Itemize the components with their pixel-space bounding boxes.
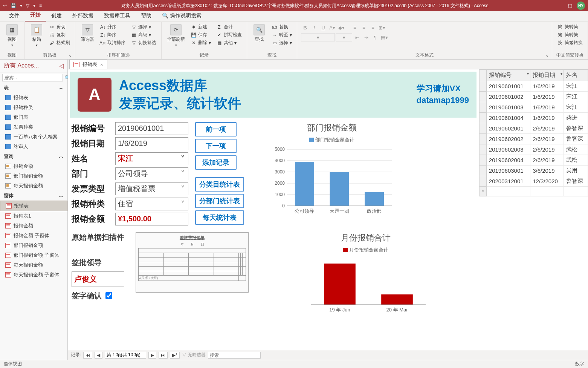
row-selector-header[interactable] <box>480 70 487 81</box>
underline-button[interactable]: U <box>319 23 327 32</box>
replace-button[interactable]: ab替换 <box>270 23 293 31</box>
kind-combo[interactable]: 住宿˅ <box>115 198 188 210</box>
toggle-filter-button[interactable]: ▽切换筛选 <box>130 39 157 46</box>
table-row[interactable]: 201906020012/6/2019鲁智深 <box>480 123 588 134</box>
nav-table-item[interactable]: 终审人 <box>0 142 67 152</box>
nav-search-input[interactable] <box>2 74 63 81</box>
first-record-button[interactable]: ⏮ <box>83 352 92 359</box>
nav-query-item[interactable]: 报销金额 <box>0 161 67 171</box>
table-row[interactable]: 201906020042/6/2019武松 <box>480 155 588 166</box>
select-button[interactable]: ▭选择 ▾ <box>270 39 293 46</box>
nav-header[interactable]: 所有 Acces...◁ <box>0 60 67 72</box>
tab-home[interactable]: 开始 <box>25 9 46 21</box>
chinese-conv-button[interactable]: 换简繁转换 <box>556 39 584 46</box>
spelling-button[interactable]: ✔拼写检查 <box>215 31 243 38</box>
nav-form-item[interactable]: 报销金额 <box>0 221 67 231</box>
paste-button[interactable]: 📋粘贴▾ <box>28 23 45 48</box>
tell-me[interactable]: 🔍 操作说明搜索 <box>157 10 207 21</box>
tab-external[interactable]: 外部数据 <box>67 10 99 21</box>
table-row[interactable]: 201906020022/6/2019鲁智深 <box>480 134 588 144</box>
remove-sort-button[interactable]: A⤫取消排序 <box>99 39 127 46</box>
prev-record-button[interactable]: ◀ <box>95 352 102 359</box>
prev-button[interactable]: 前一项 <box>195 122 237 136</box>
refresh-all-button[interactable]: ⟳全部刷新▾ <box>165 23 186 48</box>
tab-file[interactable]: 文件 <box>4 10 25 21</box>
id-input[interactable]: 20190601001 <box>115 122 188 135</box>
record-search-input[interactable] <box>208 352 261 359</box>
nav-table-item[interactable]: 报销表 <box>0 93 67 103</box>
trad-to-simp-button[interactable]: 簡繁转简 <box>556 23 584 31</box>
text-dir-button[interactable]: ¶ <box>371 33 379 41</box>
nav-table-item[interactable]: 部门表 <box>0 112 67 122</box>
undo-icon[interactable]: ↩ <box>3 3 7 8</box>
leader-combo[interactable]: 卢俊义 <box>72 271 124 287</box>
save-record-button[interactable]: 💾保存 <box>189 31 212 38</box>
scan-attachment[interactable]: 差旅费报销单 年 月 日 人民币（大写） <box>136 232 249 293</box>
goto-button[interactable]: →转至 ▾ <box>270 31 293 38</box>
align-center-button[interactable]: ≡ <box>360 23 368 32</box>
column-dropdown-icon[interactable]: ▾ <box>561 72 562 76</box>
copy-button[interactable]: ⿻复制 <box>48 31 71 38</box>
gridlines-button[interactable]: ⊞▾ <box>378 23 386 32</box>
find-button[interactable]: 🔍查找 <box>251 23 267 43</box>
datasheet-table[interactable]: 报销编号▾ 报销日期▾ 姓名 201906010011/6/2019宋江2019… <box>479 69 588 196</box>
align-left-button[interactable]: ≡ <box>351 23 359 32</box>
text-launcher-icon[interactable]: ↘ <box>545 54 548 58</box>
sort-asc-button[interactable]: A↓升序 <box>99 23 127 31</box>
nav-form-item[interactable]: 报销金额 子窗体 <box>0 231 67 241</box>
bold-button[interactable]: B <box>301 23 309 32</box>
format-painter-button[interactable]: 🖌格式刷 <box>48 39 71 46</box>
font-size-combo[interactable]: ▾ <box>336 33 352 41</box>
nav-form-item[interactable]: 每天报销金额 <box>0 260 67 270</box>
column-dropdown-icon[interactable]: ▾ <box>527 72 529 76</box>
qat-more[interactable]: ▾ <box>33 3 35 8</box>
dept-report-button[interactable]: 分部门统计表 <box>195 194 244 208</box>
save-icon[interactable]: 💾 <box>11 3 16 8</box>
ribbon-options-icon[interactable]: ⬚ <box>568 3 572 8</box>
amount-input[interactable]: ¥1,500.00 <box>115 213 188 225</box>
new-record-button[interactable]: ✸新建 <box>189 23 212 31</box>
selection-filter-button[interactable]: ▽选择 ▾ <box>130 23 157 31</box>
nav-section-queries[interactable]: 查询︿ <box>0 152 67 161</box>
nav-form-item[interactable]: 报销表 <box>0 201 67 211</box>
nav-query-item[interactable]: 每天报销金额 <box>0 181 67 191</box>
invoice-combo[interactable]: 增值税普票˅ <box>115 182 188 195</box>
table-row[interactable]: 201906030013/6/2019吴用 <box>480 166 588 176</box>
nav-section-forms[interactable]: 窗体︿ <box>0 191 67 201</box>
tab-help[interactable]: 帮助 <box>136 10 157 21</box>
date-input[interactable]: 1/6/2019 <box>115 137 188 150</box>
close-tab-icon[interactable]: × <box>100 62 103 67</box>
next-button[interactable]: 下一项 <box>195 139 237 153</box>
totals-button[interactable]: Σ合计 <box>215 23 243 31</box>
last-record-button[interactable]: ⏭ <box>159 352 168 359</box>
add-record-button[interactable]: 添加记录 <box>195 155 237 170</box>
tab-create[interactable]: 创建 <box>46 10 67 21</box>
fill-color-button[interactable]: ◆▾ <box>337 23 345 32</box>
indent-inc-button[interactable]: ⇥ <box>362 33 370 41</box>
nav-query-item[interactable]: 部门报销金额 <box>0 171 67 181</box>
view-button[interactable]: ▦视图▾ <box>4 23 20 48</box>
nav-table-item[interactable]: 一百单八将个人档案 <box>0 132 67 142</box>
user-avatar[interactable]: HY <box>577 2 585 10</box>
confirm-checkbox[interactable] <box>105 292 112 299</box>
simp-to-trad-button[interactable]: 繁简转繁 <box>556 31 584 38</box>
table-row[interactable]: 201906010011/6/2019宋江 <box>480 81 588 92</box>
table-row[interactable]: 201906020032/6/2019武松 <box>480 144 588 155</box>
nav-table-item[interactable]: 报销种类 <box>0 103 67 112</box>
table-row[interactable]: 201906010021/6/2019宋江 <box>480 92 588 102</box>
new-record-nav-button[interactable]: ▶* <box>170 352 180 359</box>
qat-overflow[interactable]: ≡ <box>39 3 42 8</box>
record-position-input[interactable] <box>105 352 146 359</box>
indent-dec-button[interactable]: ⇤ <box>353 33 361 41</box>
nav-section-tables[interactable]: 表︿ <box>0 83 67 93</box>
filter-icon[interactable]: ▽ <box>26 3 29 8</box>
tab-dbtools[interactable]: 数据库工具 <box>99 10 136 21</box>
filter-button[interactable]: ▽筛选器 <box>79 23 96 43</box>
delete-record-button[interactable]: ✕删除 ▾ <box>189 39 212 46</box>
document-tab[interactable]: 报销表× <box>69 60 107 69</box>
category-report-button[interactable]: 分类目统计表 <box>195 177 244 192</box>
nav-form-item[interactable]: 部门报销金额 <box>0 241 67 250</box>
daily-report-button[interactable]: 每天统计表 <box>195 210 244 225</box>
more-button[interactable]: ▦其他 ▾ <box>215 39 243 46</box>
next-record-button[interactable]: ▶ <box>148 352 156 359</box>
